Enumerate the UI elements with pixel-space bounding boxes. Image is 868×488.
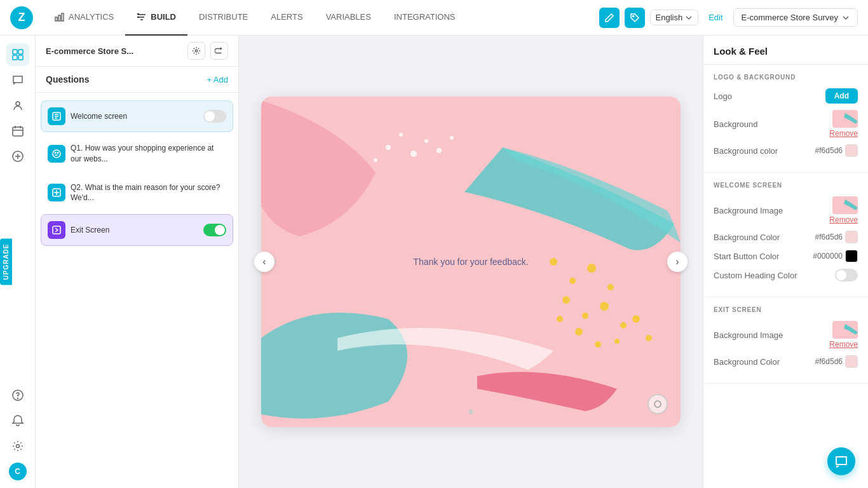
logo-bg-section-title: LOGO & BACKGROUND (714, 74, 858, 81)
sidebar-icon-person[interactable] (6, 94, 29, 117)
sidebar-icon-grid[interactable] (6, 43, 29, 66)
logo-row: Logo Add (714, 88, 858, 104)
add-question-button[interactable]: + Add (207, 75, 228, 85)
exit-screen-section-title: EXIT SCREEN (714, 306, 858, 313)
exit-bg-color-hex: #f6d5d6 (815, 357, 843, 366)
exit-bg-color-preview[interactable]: #f6d5d6 (815, 355, 858, 368)
chat-bubble-button[interactable] (827, 447, 855, 475)
sidebar-icon-chat[interactable] (6, 69, 29, 92)
question-item-welcome[interactable]: Welcome screen (41, 100, 233, 132)
exit-bg-color-row: Background Color #f6d5d6 (714, 355, 858, 368)
svg-point-42 (374, 158, 377, 162)
exit-screen-label: Exit Screen (71, 225, 198, 236)
main-layout: C UPGRADE E-commerce Store S... Question… (0, 36, 868, 488)
exit-bg-color-swatch[interactable] (845, 355, 858, 368)
background-remove-link[interactable]: Remove (829, 129, 858, 138)
canvas-action-icon[interactable] (648, 394, 668, 414)
sidebar-icon-plus[interactable] (6, 145, 29, 168)
q1-icon (48, 145, 65, 163)
background-thumb-group: Remove (829, 110, 858, 138)
edit-icon-btn[interactable] (599, 8, 620, 28)
svg-point-22 (550, 258, 557, 266)
tag-icon-btn[interactable] (625, 8, 645, 28)
welcome-remove-link[interactable]: Remove (829, 215, 858, 224)
exit-screen-section: EXIT SCREEN Background Image Remove Back… (703, 297, 868, 384)
bg-color-preview[interactable]: #f6d5d6 (815, 144, 858, 157)
welcome-bg-thumb[interactable] (832, 196, 858, 214)
questions-tab-label: Questions (46, 74, 89, 85)
svg-point-8 (16, 102, 20, 105)
logo-bg-section: LOGO & BACKGROUND Logo Add Background Re… (703, 65, 868, 173)
exit-bg-color-label: Background Color (714, 357, 780, 367)
svg-point-35 (557, 316, 563, 322)
canvas-next-button[interactable]: › (667, 252, 688, 272)
language-selector[interactable]: English (650, 10, 699, 25)
bg-color-swatch[interactable] (845, 144, 858, 157)
sidebar-icon-calendar[interactable] (6, 119, 29, 142)
question-item-q2[interactable]: Q2. What is the main reason for your sco… (41, 175, 233, 211)
nav-variables[interactable]: VARIABLES (315, 0, 383, 36)
user-avatar[interactable]: C (9, 463, 27, 480)
welcome-screen-label: Welcome screen (71, 111, 198, 122)
custom-heading-toggle[interactable] (835, 269, 858, 281)
canvas-feedback-text: Thank you for your feedback. (413, 257, 528, 267)
svg-point-37 (399, 133, 403, 137)
questions-panel: E-commerce Store S... Questions + Add We… (36, 36, 239, 488)
exit-icon (48, 221, 65, 239)
svg-rect-7 (18, 55, 23, 60)
svg-rect-9 (13, 127, 23, 136)
bg-color-hex: #f6d5d6 (815, 146, 843, 155)
svg-point-24 (587, 264, 596, 273)
bg-color-row: Background color #f6d5d6 (714, 144, 858, 157)
nav-integrations[interactable]: INTEGRATIONS (383, 0, 467, 36)
svg-point-31 (595, 341, 601, 348)
svg-point-14 (195, 50, 198, 52)
right-panel: Look & Feel LOGO & BACKGROUND Logo Add B… (703, 36, 868, 488)
nav-right: English Edit E-commerce Store Survey (599, 8, 858, 28)
welcome-bg-color-preview[interactable]: #f6d5d6 (815, 231, 858, 243)
upgrade-button[interactable]: UPGRADE (0, 238, 12, 285)
start-btn-color-preview[interactable]: #000000 (813, 250, 858, 262)
svg-point-25 (607, 284, 614, 290)
start-btn-color-swatch[interactable] (845, 250, 858, 262)
settings-icon-btn[interactable] (187, 42, 205, 60)
right-panel-header: Look & Feel (703, 36, 868, 65)
survey-name-bar: E-commerce Store S... (36, 36, 238, 67)
canvas-prev-button[interactable]: ‹ (254, 252, 275, 272)
svg-point-28 (600, 302, 609, 311)
welcome-screen-toggle[interactable] (203, 110, 226, 123)
svg-point-27 (582, 313, 588, 319)
right-panel-title: Look & Feel (714, 46, 858, 57)
svg-rect-4 (13, 50, 17, 54)
sidebar-icon-help[interactable] (6, 384, 29, 407)
question-item-exit[interactable]: Exit Screen (41, 214, 233, 246)
svg-rect-0 (55, 17, 57, 21)
nav-alerts[interactable]: ALERTS (259, 0, 314, 36)
svg-rect-1 (58, 15, 60, 21)
nav-distribute[interactable]: DISTRIBUTE (187, 0, 259, 36)
background-label: Background (714, 119, 757, 129)
sidebar-icon-gear[interactable] (6, 435, 29, 458)
svg-point-13 (16, 445, 19, 448)
welcome-bg-color-swatch[interactable] (845, 231, 858, 243)
nav-build[interactable]: BUILD (125, 0, 187, 36)
exit-remove-link[interactable]: Remove (829, 340, 858, 349)
survey-selector[interactable]: E-commerce Store Survey (733, 8, 858, 27)
svg-point-30 (575, 328, 583, 336)
logo-add-button[interactable]: Add (825, 88, 858, 104)
exit-screen-toggle[interactable] (203, 224, 226, 236)
question-item-q1[interactable]: Q1. How was your shopping experience at … (41, 136, 233, 172)
welcome-bg-color-hex: #f6d5d6 (815, 233, 843, 241)
exit-bg-thumb[interactable] (832, 321, 858, 339)
sidebar-icon-bell[interactable] (6, 409, 29, 432)
survey-short-name: E-commerce Store S... (46, 46, 182, 56)
app-logo: Z (10, 6, 33, 29)
custom-heading-row: Custom Heading Color (714, 269, 858, 281)
q2-label: Q2. What is the main reason for your sco… (71, 182, 226, 204)
redo-icon-btn[interactable] (210, 42, 228, 60)
edit-button[interactable]: Edit (703, 10, 728, 25)
background-thumb[interactable] (832, 110, 858, 128)
nav-analytics[interactable]: ANALYTICS (43, 0, 125, 36)
exit-bg-image-row: Background Image Remove (714, 321, 858, 349)
svg-point-26 (562, 296, 570, 304)
